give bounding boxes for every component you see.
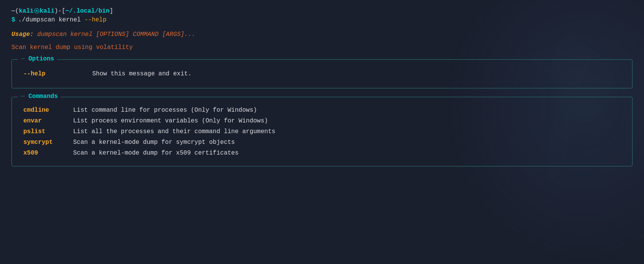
command-x509-name: x509 bbox=[23, 150, 73, 156]
commands-title: Commands bbox=[18, 93, 61, 100]
command-cmdline-row: cmdline List command line for processes … bbox=[23, 105, 621, 116]
command-cmdline-desc: List command line for processes (Only fo… bbox=[73, 107, 257, 114]
option-help-row: --help Show this message and exit. bbox=[23, 67, 621, 80]
command-envar-name: envar bbox=[23, 117, 73, 124]
command-pslist-row: pslist List all the processes and their … bbox=[23, 126, 621, 137]
usage-label: Usage: bbox=[11, 31, 34, 38]
command-main: ./dumpscan bbox=[18, 16, 55, 23]
command-cmdline-name: cmdline bbox=[23, 107, 73, 114]
command-envar-row: envar List process environment variables… bbox=[23, 116, 621, 126]
command-line: $ ./dumpscan kernel --help bbox=[11, 16, 633, 23]
prompt-host: kali bbox=[40, 8, 54, 15]
command-pslist-name: pslist bbox=[23, 128, 73, 135]
command-flag: --help bbox=[84, 16, 106, 23]
prompt-path-end: ] bbox=[110, 8, 113, 15]
command-symcrypt-row: symcrypt Scan a kernel-mode dump for sym… bbox=[23, 137, 621, 148]
options-title: Options bbox=[18, 55, 57, 62]
description-line: Scan kernel dump using volatility bbox=[11, 44, 633, 51]
prompt-user: kali bbox=[19, 8, 33, 15]
prompt-line: ─( kali ㉿ kali )-[ ~/.local/bin ] bbox=[11, 7, 633, 15]
options-section: Options --help Show this message and exi… bbox=[11, 59, 633, 88]
prompt-open-bracket: ─( bbox=[11, 8, 19, 15]
option-help-flag: --help bbox=[23, 70, 92, 77]
prompt-dollar: $ bbox=[11, 16, 15, 23]
option-help-desc: Show this message and exit. bbox=[92, 70, 191, 77]
commands-section: Commands cmdline List command line for p… bbox=[11, 97, 633, 166]
command-x509-row: x509 Scan a kernel-mode dump for x509 ce… bbox=[23, 148, 621, 158]
command-envar-desc: List process environment variables (Only… bbox=[73, 117, 268, 124]
prompt-at: ㉿ bbox=[34, 7, 40, 15]
command-arg: kernel bbox=[59, 16, 81, 23]
command-pslist-desc: List all the processes and their command… bbox=[73, 128, 275, 135]
command-symcrypt-desc: Scan a kernel-mode dump for symcrypt obj… bbox=[73, 139, 235, 146]
prompt-close-bracket: )-[ bbox=[54, 8, 65, 15]
usage-line: Usage: dumpscan kernel [OPTIONS] COMMAND… bbox=[11, 31, 633, 38]
command-x509-desc: Scan a kernel-mode dump for x509 certifi… bbox=[73, 150, 239, 156]
terminal-window: ─( kali ㉿ kali )-[ ~/.local/bin ] $ ./du… bbox=[11, 7, 633, 166]
command-symcrypt-name: symcrypt bbox=[23, 139, 73, 146]
usage-text: dumpscan kernel [OPTIONS] COMMAND [ARGS]… bbox=[37, 31, 195, 38]
prompt-path: ~/.local/bin bbox=[65, 8, 110, 15]
